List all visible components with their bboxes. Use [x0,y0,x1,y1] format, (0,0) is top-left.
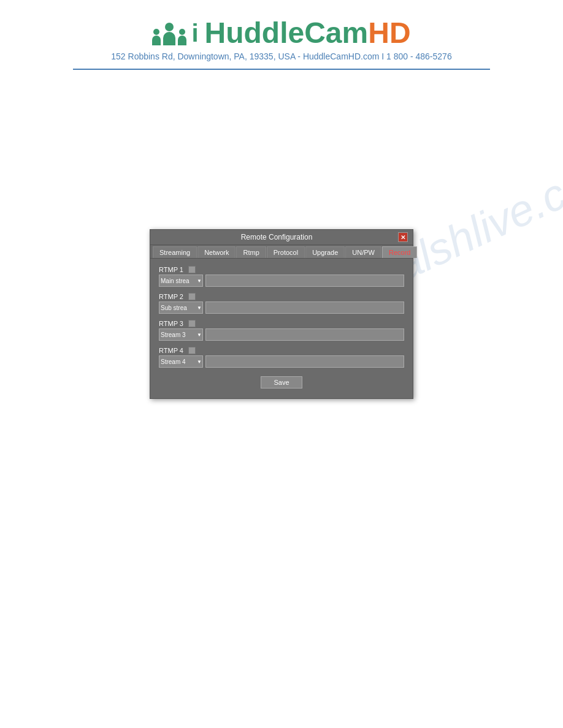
rtmp4-stream-select[interactable]: Main strea Sub strea Stream 3 Stream 4 [159,355,203,368]
rtmp1-input-row: Main strea Sub strea Stream 3 Stream 4 ▼ [159,275,404,287]
tab-un-pw[interactable]: UN/PW [345,246,381,258]
person-icon-center [163,23,175,45]
rtmp4-input-row: Main strea Sub strea Stream 3 Stream 4 ▼ [159,355,404,368]
rtmp2-checkbox[interactable] [188,293,196,300]
rtmp1-stream-select[interactable]: Main strea Sub strea Stream 3 Stream 4 [159,275,203,287]
rtmp2-stream-select[interactable]: Main strea Sub strea Stream 3 Stream 4 [159,301,203,314]
rtmp1-url-input[interactable] [205,275,404,287]
rtmp1-label: RTMP 1 [159,266,185,273]
remote-config-dialog: Remote Configuration ✕ Streaming Network… [150,229,413,399]
rtmp1-checkbox[interactable] [188,266,196,273]
main-content: Remote Configuration ✕ Streaming Network… [0,229,563,399]
rtmp2-select-wrapper: Main strea Sub strea Stream 3 Stream 4 ▼ [159,301,203,314]
rtmp-row-1: RTMP 1 Main strea Sub strea Stream 3 Str… [159,266,404,287]
rtmp2-url-input[interactable] [205,301,404,314]
rtmp3-stream-select[interactable]: Main strea Sub strea Stream 3 Stream 4 [159,328,203,341]
rtmp4-url-input[interactable] [205,355,404,368]
rtmp3-input-row: Main strea Sub strea Stream 3 Stream 4 ▼ [159,328,404,341]
rtmp3-label: RTMP 3 [159,320,185,327]
rtmp3-url-input[interactable] [205,328,404,341]
dialog-body: RTMP 1 Main strea Sub strea Stream 3 Str… [150,259,413,398]
page-header: i HuddleCamHD 152 Robbins Rd, Downingtow… [0,0,563,70]
rtmp2-label-row: RTMP 2 [159,293,404,300]
person-icon-right [178,29,186,45]
rtmp-row-3: RTMP 3 Main strea Sub strea Stream 3 Str… [159,320,404,341]
save-button[interactable]: Save [261,376,302,389]
rtmp4-label: RTMP 4 [159,347,185,354]
rtmp-row-4: RTMP 4 Main strea Sub strea Stream 3 Str… [159,347,404,368]
dialog-titlebar: Remote Configuration ✕ [150,230,413,245]
logo-area: i HuddleCamHD [152,18,410,48]
dialog-close-button[interactable]: ✕ [398,232,408,242]
save-btn-row: Save [159,376,404,389]
rtmp2-input-row: Main strea Sub strea Stream 3 Stream 4 ▼ [159,301,404,314]
rtmp4-checkbox[interactable] [188,347,196,354]
tab-upgrade[interactable]: Upgrade [305,246,345,258]
tab-streaming[interactable]: Streaming [153,246,197,258]
tab-rtmp[interactable]: Rtmp [236,246,266,258]
rtmp1-label-row: RTMP 1 [159,266,404,273]
tab-record[interactable]: Record [382,246,417,258]
brand-hd: HD [368,17,410,49]
header-divider [73,69,490,70]
person-icon-left [152,29,161,45]
rtmp4-select-wrapper: Main strea Sub strea Stream 3 Stream 4 ▼ [159,355,203,368]
tab-protocol[interactable]: Protocol [267,246,305,258]
rtmp-row-2: RTMP 2 Main strea Sub strea Stream 3 Str… [159,293,404,314]
rtmp2-label: RTMP 2 [159,293,185,300]
rtmp1-select-wrapper: Main strea Sub strea Stream 3 Stream 4 ▼ [159,275,203,287]
tagline: 152 Robbins Rd, Downingtown, PA, 19335, … [111,51,451,61]
rtmp4-label-row: RTMP 4 [159,347,404,354]
logo-icons: i [152,21,198,45]
rtmp3-label-row: RTMP 3 [159,320,404,327]
tab-network[interactable]: Network [197,246,236,258]
logo-i-letter: i [191,21,198,45]
dialog-title: Remote Configuration [155,233,398,241]
rtmp3-checkbox[interactable] [188,320,196,327]
brand-text: HuddleCamHD [205,18,411,48]
rtmp3-select-wrapper: Main strea Sub strea Stream 3 Stream 4 ▼ [159,328,203,341]
brand-huddle: HuddleCam [205,17,369,49]
dialog-tabs: Streaming Network Rtmp Protocol Upgrade … [150,245,413,259]
